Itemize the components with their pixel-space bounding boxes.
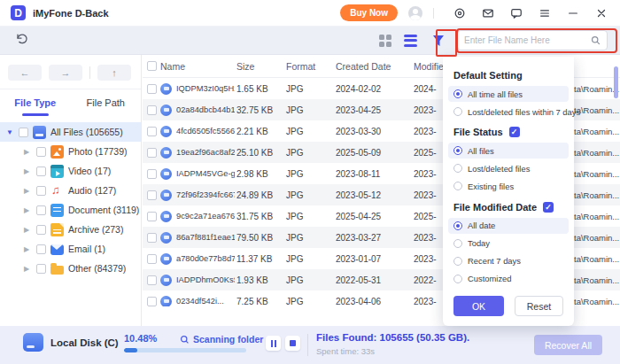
back-icon[interactable] — [14, 32, 28, 50]
email-checkbox[interactable] — [36, 244, 46, 254]
expand-arrow-icon[interactable]: ▶ — [24, 245, 32, 253]
radio-icon[interactable] — [453, 239, 462, 248]
radio-icon[interactable] — [453, 164, 462, 173]
radio-selected-icon[interactable] — [453, 221, 462, 230]
tree-item-email[interactable]: ▶ Email (1) — [0, 239, 141, 259]
tree-item-all-files[interactable]: ▼ All Files (105655) — [0, 122, 141, 142]
file-modified-date-checkbox[interactable]: ✓ — [543, 202, 554, 213]
radio-icon[interactable] — [453, 107, 462, 116]
option-lost-deleted-files[interactable]: Lost/deleted files — [448, 160, 569, 176]
row-checkbox[interactable] — [147, 190, 157, 200]
expand-arrow-icon[interactable]: ▶ — [24, 148, 32, 156]
list-view-icon[interactable] — [404, 35, 417, 47]
row-checkbox[interactable] — [147, 233, 157, 243]
archive-checkbox[interactable] — [36, 225, 46, 235]
expand-arrow-icon[interactable]: ▶ — [24, 187, 32, 195]
option-customized[interactable]: Customized — [448, 271, 569, 287]
row-checkbox[interactable] — [147, 127, 157, 136]
row-checkbox[interactable] — [147, 275, 157, 285]
table-scrollbar[interactable] — [614, 66, 618, 98]
app-logo-icon: D — [11, 5, 26, 20]
jpg-file-icon — [160, 275, 172, 286]
search-highlight-box — [456, 28, 617, 53]
minimize-icon[interactable] — [566, 6, 579, 19]
file-size: 25.10 KB — [235, 148, 286, 158]
option-all-files[interactable]: All files — [448, 143, 569, 159]
file-status-checkbox[interactable]: ✓ — [509, 127, 520, 137]
column-created-date[interactable]: Created Date — [332, 61, 414, 72]
file-name: IADPM45VGe-gC... — [176, 169, 235, 178]
collapse-arrow-icon[interactable]: ▼ — [6, 128, 14, 136]
file-path: ta\Roamin... — [574, 254, 620, 264]
option-today[interactable]: Today — [448, 236, 569, 252]
row-checkbox[interactable] — [147, 254, 157, 264]
row-checkbox[interactable] — [147, 84, 157, 94]
option-existing-files[interactable]: Existing files — [448, 178, 569, 194]
radio-selected-icon[interactable] — [453, 89, 462, 98]
reset-button[interactable]: Reset — [515, 296, 563, 316]
tree-item-photo[interactable]: ▶ Photo (17739) — [0, 142, 141, 161]
user-avatar[interactable] — [408, 6, 422, 20]
row-checkbox[interactable] — [147, 212, 157, 221]
option-label: All time all files — [468, 89, 523, 99]
pause-scan-button[interactable] — [266, 336, 281, 351]
document-checkbox[interactable] — [36, 205, 46, 215]
nav-forward-button[interactable]: → — [49, 65, 82, 81]
photo-checkbox[interactable] — [36, 147, 46, 157]
option-all-date[interactable]: All date — [448, 218, 569, 234]
expand-arrow-icon[interactable]: ▶ — [24, 206, 32, 214]
grid-view-icon[interactable] — [379, 35, 391, 47]
column-name[interactable]: Name — [160, 61, 185, 72]
file-path: ta\Roamin... — [574, 212, 620, 221]
recover-all-button[interactable]: Recover All — [534, 335, 602, 355]
option-all-time-all-files[interactable]: All time all files — [448, 86, 569, 102]
row-checkbox[interactable] — [147, 169, 157, 179]
all-files-checkbox[interactable] — [19, 128, 28, 137]
row-checkbox[interactable] — [147, 105, 157, 115]
section-title-text: Default Setting — [453, 70, 523, 81]
tree-item-audio[interactable]: ▶ Audio (127) — [0, 181, 141, 200]
row-checkbox[interactable] — [147, 148, 157, 158]
file-path: ta\Roamin... — [574, 233, 620, 243]
column-format[interactable]: Format — [286, 61, 332, 72]
mail-icon[interactable] — [481, 6, 494, 19]
tree-item-document[interactable]: ▶ Document (3119) — [0, 200, 141, 220]
audio-checkbox[interactable] — [36, 186, 46, 196]
close-icon[interactable] — [594, 6, 608, 19]
option-lost-deleted-7-days[interactable]: Lost/deleted files within 7 days — [448, 104, 569, 120]
file-size: 2.21 KB — [235, 127, 286, 136]
spent-time-text: Spent time: 33s — [316, 346, 375, 356]
tree-item-archive[interactable]: ▶ Archive (273) — [0, 220, 141, 239]
column-size[interactable]: Size — [235, 61, 286, 72]
ok-button[interactable]: OK — [453, 296, 504, 316]
tree-item-video[interactable]: ▶ Video (17) — [0, 161, 141, 181]
buy-now-button[interactable]: Buy Now — [340, 4, 398, 21]
file-size: 11.37 KB — [235, 254, 286, 264]
expand-arrow-icon[interactable]: ▶ — [24, 226, 32, 234]
support-icon[interactable] — [453, 6, 466, 19]
tree-item-other[interactable]: ▶ Other (84379) — [0, 259, 141, 278]
nav-up-button[interactable]: ↑ — [97, 65, 131, 81]
row-checkbox[interactable] — [147, 297, 157, 306]
radio-icon[interactable] — [453, 257, 462, 266]
file-format: JPG — [286, 169, 332, 179]
tab-file-type[interactable]: File Type — [0, 97, 71, 116]
video-checkbox[interactable] — [36, 167, 46, 176]
other-checkbox[interactable] — [36, 264, 46, 274]
feedback-icon[interactable] — [509, 6, 523, 19]
expand-arrow-icon[interactable]: ▶ — [24, 265, 32, 273]
radio-icon[interactable] — [453, 275, 462, 283]
radio-selected-icon[interactable] — [453, 146, 462, 155]
select-all-checkbox[interactable] — [147, 61, 157, 71]
jpg-file-icon — [160, 147, 172, 159]
nav-back-button[interactable]: ← — [8, 65, 42, 81]
expand-arrow-icon[interactable]: ▶ — [24, 167, 32, 175]
photo-icon — [50, 145, 64, 159]
radio-icon[interactable] — [453, 182, 462, 190]
option-recent-7-days[interactable]: Recent 7 days — [448, 253, 569, 269]
tab-file-path[interactable]: File Path — [71, 97, 142, 116]
menu-icon[interactable] — [538, 6, 551, 19]
file-format: JPG — [286, 148, 332, 158]
stop-scan-button[interactable] — [285, 336, 300, 351]
file-path: ta\Roamin... — [574, 190, 620, 200]
